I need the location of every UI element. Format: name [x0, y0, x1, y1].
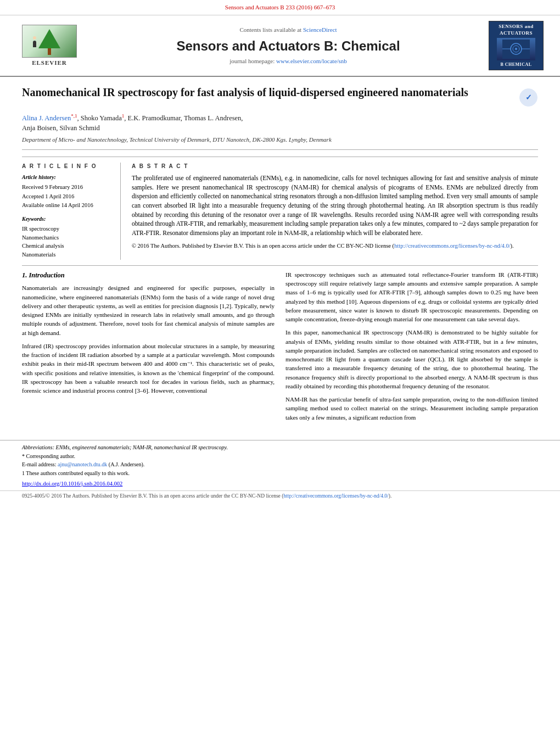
- affiliation: Department of Micro- and Nanotechnology,…: [22, 136, 538, 150]
- svg-text:✓: ✓: [525, 93, 532, 102]
- journal-homepage: journal homepage: www.elsevier.com/locat…: [88, 57, 489, 65]
- body-right-col: IR spectroscopy techniques such as atten…: [285, 270, 538, 426]
- history-accepted: Accepted 1 April 2016: [22, 193, 115, 201]
- abstract-label: A B S T R A C T: [132, 163, 538, 170]
- article-history-label: Article history:: [22, 174, 115, 181]
- sensors-logo-bottom: B CHEMICAL: [500, 62, 531, 68]
- sciencedirect-link[interactable]: ScienceDirect: [303, 26, 337, 33]
- author-email-link[interactable]: ajnu@nanotech.dtu.dk: [58, 461, 107, 467]
- body-col2-para3: NAM-IR has the particular benefit of ult…: [285, 395, 538, 422]
- crossmark-icon: ✓: [519, 88, 538, 107]
- page-wrapper: Sensors and Actuators B 233 (2016) 667–6…: [0, 0, 560, 742]
- history-received: Received 9 February 2016: [22, 183, 115, 192]
- license-link[interactable]: http://creativecommons.org/licenses/by-n…: [394, 243, 511, 249]
- article-info-col: A R T I C L E I N F O Article history: R…: [22, 163, 121, 260]
- top-citation-bar: Sensors and Actuators B 233 (2016) 667–6…: [0, 0, 560, 15]
- footer-copyright: 0925-4005/© 2016 The Authors. Published …: [0, 490, 560, 501]
- footer-doi: http://dx.doi.org/10.1016/j.snb.2016.04.…: [0, 478, 560, 490]
- body-section: 1. Introduction Nanomaterials are increa…: [22, 270, 538, 426]
- article-title-block: Nanomechanical IR spectroscopy for fast …: [22, 85, 538, 107]
- authors: Alina J. Andersen*,1, Shoko Yamada1, E.K…: [22, 113, 538, 133]
- elsevier-logo-section: ELSEVIER: [11, 25, 88, 67]
- journal-title-section: Contents lists available at ScienceDirec…: [88, 26, 489, 65]
- abstract-text: The proliferated use of engineered nanom…: [132, 174, 538, 238]
- footnotes-section: Abbreviations: ENMs, engineered nanomate…: [0, 440, 560, 477]
- body-col2-para2: In this paper, nanomechanical IR spectro…: [285, 328, 538, 390]
- sensors-logo-section: SENSORS and ACTUATORS B CHEMICAL: [489, 21, 549, 70]
- article-info-label: A R T I C L E I N F O: [22, 163, 115, 170]
- article-content: Nanomechanical IR spectroscopy for fast …: [0, 77, 560, 434]
- body-col1-para1: Nanomaterials are increasingly designed …: [22, 283, 275, 337]
- elsevier-label: ELSEVIER: [32, 59, 67, 67]
- journal-header: ELSEVIER Contents lists available at Sci…: [0, 15, 560, 77]
- author-link-andersen[interactable]: Alina J. Andersen: [22, 115, 71, 122]
- footnote-abbreviations: Abbreviations: ENMs, engineered nanomate…: [22, 444, 538, 451]
- homepage-url[interactable]: www.elsevier.com/locate/snb: [276, 58, 347, 64]
- keyword-1: IR spectroscopy: [22, 225, 115, 233]
- keyword-3: Chemical analysis: [22, 242, 115, 250]
- body-left-col: 1. Introduction Nanomaterials are increa…: [22, 270, 275, 426]
- info-abstract-section: A R T I C L E I N F O Article history: R…: [22, 157, 538, 260]
- tree-canopy: [38, 29, 60, 48]
- journal-title: Sensors and Actuators B: Chemical: [88, 37, 489, 55]
- sensors-logo-graphic: [497, 38, 535, 60]
- license-text: © 2016 The Authors. Published by Elsevie…: [132, 242, 538, 250]
- sensors-logo-top: SENSORS and ACTUATORS: [491, 24, 541, 36]
- elsevier-logo-image: [22, 25, 77, 58]
- footer-license-link[interactable]: http://creativecommons.org/licenses/by-n…: [283, 493, 388, 499]
- citation-text: Sensors and Actuators B 233 (2016) 667–6…: [225, 4, 335, 10]
- section1-title: 1. Introduction: [22, 270, 275, 281]
- elsevier-logo: ELSEVIER: [11, 25, 88, 67]
- body-col2-para1: IR spectroscopy techniques such as atten…: [285, 270, 538, 324]
- keyword-4: Nanomaterials: [22, 251, 115, 259]
- copyright-text: 0925-4005/© 2016 The Authors. Published …: [22, 493, 391, 499]
- tree-person: [33, 41, 36, 47]
- doi-link[interactable]: http://dx.doi.org/10.1016/j.snb.2016.04.…: [22, 481, 122, 487]
- keywords-label: Keywords:: [22, 215, 115, 223]
- body-col1-para2: Infrared (IR) spectroscopy provides info…: [22, 342, 275, 395]
- footnote-email: E-mail address: ajnu@nanotech.dtu.dk (A.…: [22, 461, 538, 468]
- footnote-equal-contrib: 1 These authors contributed equally to t…: [22, 470, 538, 477]
- body-divider: [22, 265, 538, 266]
- svg-point-3: [515, 48, 517, 50]
- article-title-text: Nanomechanical IR spectroscopy for fast …: [22, 85, 508, 99]
- keyword-2: Nanomechanics: [22, 234, 115, 242]
- contents-link: Contents lists available at ScienceDirec…: [88, 26, 489, 34]
- abstract-col: A B S T R A C T The proliferated use of …: [132, 163, 538, 260]
- sensors-logo: SENSORS and ACTUATORS B CHEMICAL: [489, 21, 544, 70]
- tree-graphic: [27, 27, 71, 55]
- history-available: Available online 14 April 2016: [22, 202, 115, 210]
- footnote-corresponding: * Corresponding author.: [22, 453, 538, 460]
